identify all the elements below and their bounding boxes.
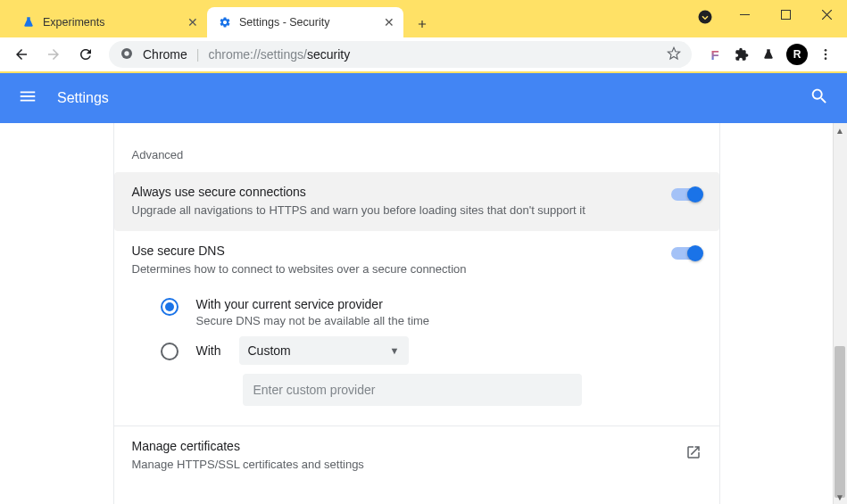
settings-appbar: Settings xyxy=(0,73,847,123)
input-placeholder: Enter custom provider xyxy=(253,383,376,397)
search-icon[interactable] xyxy=(810,87,829,110)
url-text: chrome://settings/security xyxy=(208,47,350,62)
row-text: Use secure DNS Determines how to connect… xyxy=(132,244,657,277)
scrollbar-thumb[interactable] xyxy=(835,346,845,498)
bookmark-star-icon[interactable] xyxy=(667,46,681,63)
secure-dns-options: With your current service provider Secur… xyxy=(114,290,719,413)
window-controls xyxy=(724,0,847,29)
row-title: Use secure DNS xyxy=(132,244,657,258)
close-icon[interactable]: ✕ xyxy=(187,15,198,29)
chrome-icon xyxy=(120,46,134,63)
dropdown-value: Custom xyxy=(248,343,291,358)
hamburger-menu-icon[interactable] xyxy=(18,87,37,110)
svg-point-0 xyxy=(699,11,712,24)
tab-settings-security[interactable]: Settings - Security ✕ xyxy=(207,7,403,37)
extensions-puzzle-icon[interactable] xyxy=(733,45,751,63)
radio-title: With your current service provider xyxy=(196,297,702,311)
browser-titlebar: Experiments ✕ Settings - Security ✕ xyxy=(0,0,847,37)
svg-point-7 xyxy=(825,57,827,60)
forward-button[interactable] xyxy=(39,40,68,69)
svg-point-5 xyxy=(825,49,827,52)
dns-option-current-provider[interactable]: With your current service provider Secur… xyxy=(161,297,702,327)
new-tab-button[interactable] xyxy=(409,11,436,37)
browser-toolbar: Chrome | chrome://settings/security F R xyxy=(0,37,847,73)
content-wrap: Advanced Always use secure connections U… xyxy=(0,123,847,504)
profile-avatar[interactable]: R xyxy=(786,44,808,65)
manage-certificates-row[interactable]: Manage certificates Manage HTTPS/SSL cer… xyxy=(114,426,719,485)
chevron-down-icon: ▼ xyxy=(390,345,400,356)
flask-icon xyxy=(21,15,36,29)
svg-point-6 xyxy=(825,54,827,56)
maximize-button[interactable] xyxy=(765,0,806,29)
radio-sub: Secure DNS may not be available all the … xyxy=(196,314,702,327)
row-title: Always use secure connections xyxy=(132,185,657,199)
appbar-title: Settings xyxy=(57,90,109,106)
external-link-icon xyxy=(685,444,702,464)
secure-dns-row: Use secure DNS Determines how to connect… xyxy=(114,231,719,290)
row-text: Always use secure connections Upgrade al… xyxy=(132,185,657,219)
scrollbar[interactable]: ▲ ▼ xyxy=(833,123,847,504)
radio-unchecked-icon[interactable] xyxy=(161,343,179,360)
extension-icons: F R xyxy=(701,44,840,65)
radio-checked-icon[interactable] xyxy=(161,298,179,316)
back-button[interactable] xyxy=(7,40,36,69)
close-window-button[interactable] xyxy=(806,0,847,29)
svg-point-4 xyxy=(124,51,129,55)
scroll-down-icon[interactable]: ▼ xyxy=(833,490,847,504)
always-secure-connections-row: Always use secure connections Upgrade al… xyxy=(114,172,719,231)
row-text: Manage certificates Manage HTTPS/SSL cer… xyxy=(132,439,671,473)
tab-search-icon[interactable] xyxy=(697,9,713,25)
tab-experiments[interactable]: Experiments ✕ xyxy=(11,7,207,37)
kebab-menu-icon[interactable] xyxy=(817,45,835,63)
row-title: Manage certificates xyxy=(132,439,671,453)
settings-card: Advanced Always use secure connections U… xyxy=(113,123,720,504)
tab-title: Settings - Security xyxy=(239,16,329,29)
always-secure-toggle[interactable] xyxy=(671,188,702,201)
address-bar[interactable]: Chrome | chrome://settings/security xyxy=(109,41,692,68)
settings-content: Advanced Always use secure connections U… xyxy=(0,123,847,504)
close-icon[interactable]: ✕ xyxy=(384,15,394,29)
advanced-section-label: Advanced xyxy=(114,123,719,172)
row-sub: Determines how to connect to websites ov… xyxy=(132,261,657,277)
tab-strip: Experiments ✕ Settings - Security ✕ xyxy=(0,0,436,37)
url-prefix: Chrome xyxy=(143,47,187,62)
extension-flask-icon[interactable] xyxy=(760,45,777,63)
secure-dns-toggle[interactable] xyxy=(671,247,702,260)
reload-button[interactable] xyxy=(71,40,100,69)
svg-rect-2 xyxy=(781,10,790,19)
gear-icon xyxy=(218,15,232,29)
svg-rect-1 xyxy=(740,14,750,15)
radio-with-label: With xyxy=(196,343,221,358)
tab-title: Experiments xyxy=(43,16,104,29)
row-sub: Upgrade all navigations to HTTPS and war… xyxy=(132,202,657,219)
radio-text: With your current service provider Secur… xyxy=(196,297,702,327)
scroll-up-icon[interactable]: ▲ xyxy=(833,123,847,137)
dns-option-with-custom[interactable]: With Custom ▼ xyxy=(161,336,702,365)
minimize-button[interactable] xyxy=(724,0,765,29)
row-sub: Manage HTTPS/SSL certificates and settin… xyxy=(132,457,671,473)
custom-dns-input[interactable]: Enter custom provider xyxy=(243,374,582,406)
dns-provider-dropdown[interactable]: Custom ▼ xyxy=(239,336,409,365)
extension-f-icon[interactable]: F xyxy=(706,45,724,63)
